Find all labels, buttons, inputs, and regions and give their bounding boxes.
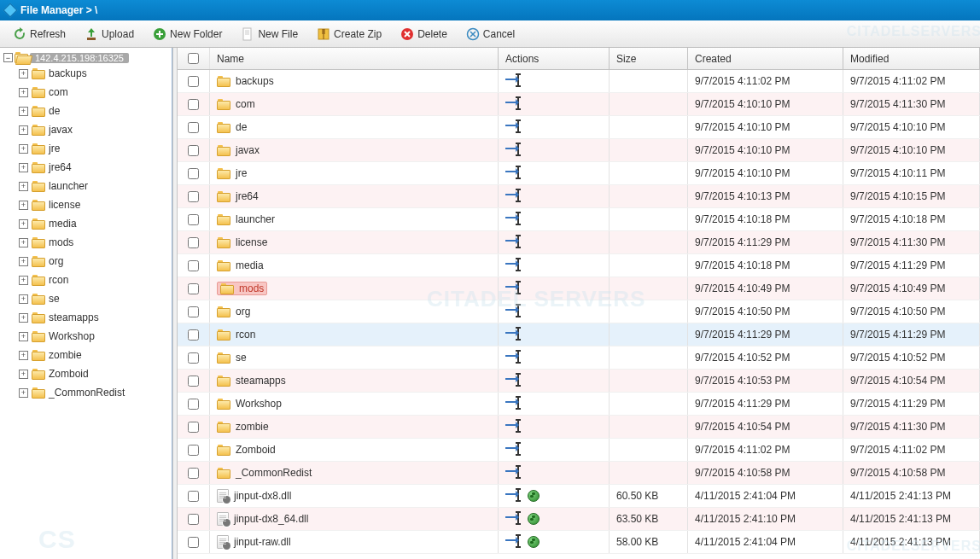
table-row[interactable]: com9/7/2015 4:10:10 PM9/7/2015 4:11:30 P… (178, 93, 980, 116)
new-file-button[interactable]: New File (233, 24, 306, 44)
header-actions[interactable]: Actions (499, 48, 610, 69)
row-checkbox[interactable] (188, 191, 199, 202)
table-row[interactable]: jinput-dx8.dll60.50 KB4/11/2015 2:41:04 … (178, 485, 980, 508)
tree-item[interactable]: +backups (2, 64, 170, 83)
row-checkbox[interactable] (188, 491, 199, 502)
expand-icon[interactable]: + (19, 107, 28, 116)
tree-item[interactable]: +license (2, 195, 170, 214)
tree-item[interactable]: +launcher (2, 177, 170, 195)
expand-icon[interactable]: + (19, 238, 28, 247)
tree-item[interactable]: +rcon (2, 271, 170, 289)
rename-action-icon[interactable] (505, 329, 524, 341)
row-checkbox[interactable] (188, 99, 199, 110)
tree-item[interactable]: +steamapps (2, 308, 170, 327)
rename-action-icon[interactable] (505, 236, 524, 248)
tree-item[interactable]: +jre (2, 139, 170, 158)
rename-action-icon[interactable] (505, 121, 524, 133)
rename-action-icon[interactable] (505, 190, 524, 202)
row-checkbox[interactable] (188, 376, 199, 387)
rename-action-icon[interactable] (505, 467, 524, 479)
table-row[interactable]: mods9/7/2015 4:10:49 PM9/7/2015 4:10:49 … (178, 277, 980, 300)
table-row[interactable]: jinput-dx8_64.dll63.50 KB4/11/2015 2:41:… (178, 508, 980, 531)
row-checkbox[interactable] (188, 352, 199, 364)
row-checkbox[interactable] (188, 76, 199, 87)
header-size[interactable]: Size (610, 48, 688, 69)
row-checkbox[interactable] (188, 260, 199, 271)
tree-item[interactable]: +mods (2, 233, 170, 252)
row-checkbox[interactable] (188, 283, 199, 294)
header-name[interactable]: Name (210, 48, 499, 69)
row-checkbox[interactable] (188, 122, 199, 133)
header-checkbox-cell[interactable] (178, 48, 210, 69)
table-row[interactable]: jinput-raw.dll58.00 KB4/11/2015 2:41:04 … (178, 531, 980, 554)
row-checkbox[interactable] (188, 445, 199, 456)
expand-icon[interactable]: + (19, 351, 28, 360)
download-action-icon[interactable] (528, 490, 540, 502)
rename-action-icon[interactable] (505, 536, 524, 548)
rename-action-icon[interactable] (505, 513, 524, 525)
table-row[interactable]: media9/7/2015 4:10:18 PM9/7/2015 4:11:29… (178, 254, 980, 277)
expand-icon[interactable]: + (19, 370, 28, 379)
tree-item[interactable]: +javax (2, 120, 170, 139)
table-row[interactable]: jre9/7/2015 4:10:10 PM9/7/2015 4:10:11 P… (178, 162, 980, 185)
tree-item[interactable]: +jre64 (2, 158, 170, 177)
row-checkbox[interactable] (188, 237, 199, 248)
tree-item[interactable]: +Workshop (2, 327, 170, 346)
table-row[interactable]: steamapps9/7/2015 4:10:53 PM9/7/2015 4:1… (178, 370, 980, 393)
create-zip-button[interactable]: Create Zip (309, 24, 389, 44)
select-all-checkbox[interactable] (188, 53, 199, 64)
table-row[interactable]: _CommonRedist9/7/2015 4:10:58 PM9/7/2015… (178, 462, 980, 485)
row-checkbox[interactable] (188, 468, 199, 479)
expand-icon[interactable]: + (19, 201, 28, 210)
rename-action-icon[interactable] (505, 213, 524, 225)
tree-item[interactable]: +Zomboid (2, 364, 170, 383)
expand-icon[interactable]: + (19, 125, 28, 135)
expand-icon[interactable]: + (19, 276, 28, 285)
expand-icon[interactable]: + (19, 257, 28, 266)
tree-item[interactable]: +de (2, 102, 170, 120)
download-action-icon[interactable] (528, 513, 540, 525)
expand-icon[interactable]: + (19, 144, 28, 154)
expand-icon[interactable]: + (19, 313, 28, 323)
tree-item[interactable]: +media (2, 214, 170, 233)
rename-action-icon[interactable] (505, 375, 524, 387)
table-row[interactable]: org9/7/2015 4:10:50 PM9/7/2015 4:10:50 P… (178, 300, 980, 323)
rename-action-icon[interactable] (505, 167, 524, 179)
tree-item[interactable]: +zombie (2, 346, 170, 364)
folder-tree-sidebar[interactable]: − 142.4.215.198:16325 +backups+com+de+ja… (0, 48, 172, 559)
expand-icon[interactable]: + (19, 388, 28, 398)
upload-button[interactable]: Upload (77, 24, 142, 44)
expand-icon[interactable]: + (19, 219, 28, 229)
table-row[interactable]: de9/7/2015 4:10:10 PM9/7/2015 4:10:10 PM (178, 116, 980, 139)
tree-item[interactable]: +_CommonRedist (2, 383, 170, 402)
expand-icon[interactable]: + (19, 182, 28, 191)
row-checkbox[interactable] (188, 214, 199, 225)
rename-action-icon[interactable] (505, 421, 524, 433)
expand-icon[interactable]: + (19, 294, 28, 304)
row-checkbox[interactable] (188, 537, 199, 548)
rename-action-icon[interactable] (505, 306, 524, 317)
row-checkbox[interactable] (188, 422, 199, 433)
collapse-icon[interactable]: − (3, 53, 13, 62)
tree-item[interactable]: +org (2, 252, 170, 271)
table-row[interactable]: jre649/7/2015 4:10:13 PM9/7/2015 4:10:15… (178, 185, 980, 208)
table-row[interactable]: rcon9/7/2015 4:11:29 PM9/7/2015 4:11:29 … (178, 323, 980, 346)
rename-action-icon[interactable] (505, 398, 524, 410)
table-row[interactable]: license9/7/2015 4:11:29 PM9/7/2015 4:11:… (178, 231, 980, 254)
table-row[interactable]: Workshop9/7/2015 4:11:29 PM9/7/2015 4:11… (178, 393, 980, 416)
table-row[interactable]: backups9/7/2015 4:11:02 PM9/7/2015 4:11:… (178, 70, 980, 93)
row-checkbox[interactable] (188, 306, 199, 317)
expand-icon[interactable]: + (19, 69, 28, 79)
tree-item[interactable]: +se (2, 289, 170, 308)
rename-action-icon[interactable] (505, 444, 524, 456)
expand-icon[interactable]: + (19, 332, 28, 341)
new-folder-button[interactable]: New Folder (145, 24, 230, 44)
tree-root-node[interactable]: − 142.4.215.198:16325 (2, 51, 170, 64)
rename-action-icon[interactable] (505, 259, 524, 271)
row-checkbox[interactable] (188, 145, 199, 156)
table-row[interactable]: launcher9/7/2015 4:10:18 PM9/7/2015 4:10… (178, 208, 980, 231)
expand-icon[interactable]: + (19, 88, 28, 97)
delete-button[interactable]: Delete (393, 24, 455, 44)
table-row[interactable]: zombie9/7/2015 4:10:54 PM9/7/2015 4:11:3… (178, 416, 980, 439)
rename-action-icon[interactable] (505, 98, 524, 110)
